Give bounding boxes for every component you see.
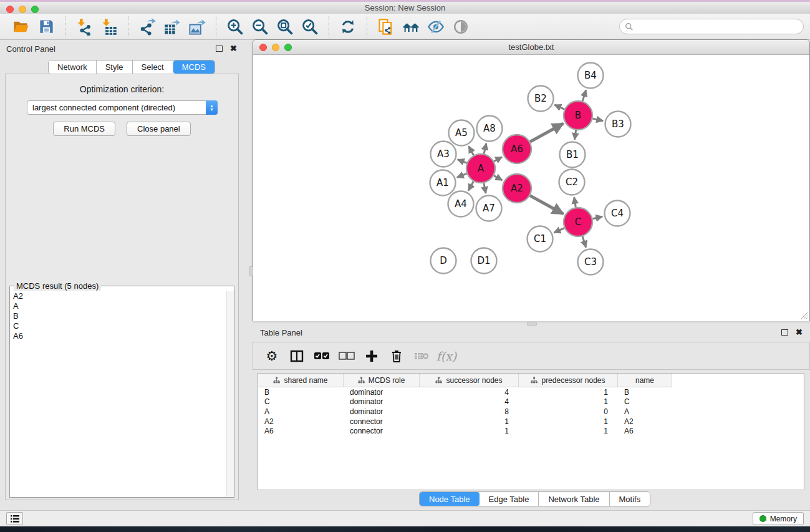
tab-select[interactable]: Select	[133, 60, 173, 74]
table-cell[interactable]: A2	[258, 417, 344, 426]
table-row[interactable]: Adominator80A	[258, 407, 804, 417]
delete-column-button[interactable]	[385, 345, 408, 367]
table-cell[interactable]: 1	[420, 427, 519, 435]
float-panel-icon[interactable]	[216, 46, 223, 52]
graph-edge-A6-B[interactable]	[530, 123, 563, 142]
zoom-out-button[interactable]	[248, 16, 272, 38]
table-cell[interactable]: 1	[519, 417, 618, 426]
table-cell[interactable]: A2	[618, 417, 672, 426]
close-panel-button[interactable]: Close panel	[127, 122, 191, 136]
export-network-button[interactable]	[135, 16, 160, 38]
table-row[interactable]: A6connector11A6	[258, 426, 804, 436]
table-cell[interactable]: B	[618, 388, 672, 397]
column-header-successor-nodes[interactable]: successor nodes	[420, 374, 519, 387]
export-table-button[interactable]	[160, 16, 185, 38]
resize-grip-icon[interactable]	[801, 312, 808, 319]
add-column-button[interactable]	[360, 345, 383, 367]
optimization-criterion-dropdown[interactable]: largest connected component (directed) ▲…	[27, 100, 218, 115]
tab-edge-table[interactable]: Edge Table	[480, 492, 539, 506]
search-field[interactable]	[619, 19, 804, 34]
first-neighbors-button[interactable]	[398, 16, 423, 38]
column-header-shared-name[interactable]: shared name	[258, 374, 344, 387]
table-cell[interactable]: 1	[519, 388, 618, 397]
select-all-columns-button[interactable]	[311, 345, 333, 367]
close-panel-icon[interactable]: ✖	[230, 46, 237, 52]
zoom-selected-button[interactable]	[297, 16, 322, 38]
minimize-window-button[interactable]	[19, 6, 26, 13]
export-image-button[interactable]	[185, 16, 210, 38]
graph-edge-C-C1[interactable]	[554, 228, 564, 233]
show-all-button[interactable]	[448, 16, 473, 38]
mcds-result-list[interactable]: A2 A B C A6	[11, 291, 226, 496]
table-row[interactable]: Bdominator41B	[258, 387, 804, 397]
zoom-fit-button[interactable]	[272, 16, 297, 38]
tab-style[interactable]: Style	[97, 60, 133, 74]
graph-edge-A-A4[interactable]	[468, 181, 473, 191]
table-cell[interactable]: A	[258, 407, 344, 416]
column-header-name[interactable]: name	[618, 374, 672, 387]
import-table-button[interactable]	[97, 16, 122, 38]
result-item[interactable]: A6	[13, 331, 226, 341]
zoom-in-button[interactable]	[223, 16, 248, 38]
graph-edge-B-B1[interactable]	[574, 130, 576, 140]
tab-motifs[interactable]: Motifs	[610, 492, 650, 506]
table-cell[interactable]: A6	[258, 427, 344, 435]
table-row[interactable]: Cdominator41C	[258, 397, 804, 407]
graph-edge-A-A5[interactable]	[469, 147, 474, 155]
graph-edge-B-B4[interactable]	[582, 90, 586, 101]
network-close-button[interactable]	[259, 44, 267, 51]
column-layout-button[interactable]	[286, 345, 308, 367]
table-cell[interactable]: 1	[519, 427, 618, 435]
open-file-button[interactable]	[9, 16, 34, 38]
result-item[interactable]: B	[13, 311, 226, 321]
run-mcds-button[interactable]: Run MCDS	[53, 122, 115, 136]
table-settings-button[interactable]: ⚙	[261, 345, 283, 367]
network-maximize-button[interactable]	[284, 44, 292, 51]
result-scrollbar[interactable]	[226, 291, 234, 497]
column-header-MCDS-role[interactable]: MCDS role	[344, 374, 420, 387]
table-cell[interactable]: 0	[519, 407, 618, 416]
node-table[interactable]: shared name MCDS role successor nodes pr…	[258, 373, 804, 490]
table-cell[interactable]: A	[618, 407, 672, 416]
table-cell[interactable]: dominator	[344, 397, 420, 406]
show-task-history-button[interactable]	[6, 512, 23, 525]
tab-network-table[interactable]: Network Table	[539, 492, 609, 506]
network-minimize-button[interactable]	[272, 44, 279, 51]
graph-edge-A-A2[interactable]	[494, 176, 502, 180]
table-cell[interactable]: C	[258, 397, 344, 406]
graph-edge-C-C2[interactable]	[574, 197, 576, 207]
table-row[interactable]: A2connector11A2	[258, 417, 804, 427]
memory-button[interactable]: Memory	[753, 512, 804, 525]
graph-edge-B-B2[interactable]	[554, 105, 564, 109]
vertical-splitter-handle[interactable]	[249, 266, 253, 276]
refresh-button[interactable]	[335, 16, 360, 38]
graph-edge-C-C3[interactable]	[582, 236, 586, 248]
table-cell[interactable]: 4	[420, 397, 519, 406]
tab-mcds[interactable]: MCDS	[173, 60, 215, 74]
clear-all-columns-button[interactable]	[335, 345, 358, 367]
float-table-panel-icon[interactable]	[781, 329, 788, 336]
table-cell[interactable]: B	[258, 388, 344, 397]
graph-edge-A-A8[interactable]	[484, 143, 486, 154]
close-window-button[interactable]	[6, 6, 14, 13]
save-session-button[interactable]	[34, 16, 59, 38]
result-item[interactable]: A	[13, 301, 226, 311]
table-cell[interactable]: 4	[420, 388, 519, 397]
table-cell[interactable]: connector	[344, 427, 420, 435]
close-table-panel-icon[interactable]: ✖	[796, 329, 803, 336]
graph-edge-A2-C[interactable]	[530, 196, 563, 214]
graph-edge-B-B3[interactable]	[592, 118, 603, 121]
hide-selected-button[interactable]	[423, 16, 448, 38]
table-cell[interactable]: dominator	[344, 407, 420, 416]
table-cell[interactable]: 8	[420, 407, 519, 416]
graph-edge-A-A1[interactable]	[457, 173, 467, 177]
column-header-predecessor-nodes[interactable]: predecessor nodes	[519, 374, 618, 387]
graph-edge-A-A3[interactable]	[458, 160, 467, 163]
table-cell[interactable]: 1	[420, 417, 519, 426]
new-network-from-selection-button[interactable]	[374, 16, 398, 38]
table-cell[interactable]: connector	[344, 417, 420, 426]
import-network-button[interactable]	[72, 16, 97, 38]
graph-edge-A-A7[interactable]	[484, 183, 486, 193]
table-cell[interactable]: 1	[519, 397, 618, 406]
table-cell[interactable]: dominator	[344, 388, 420, 397]
